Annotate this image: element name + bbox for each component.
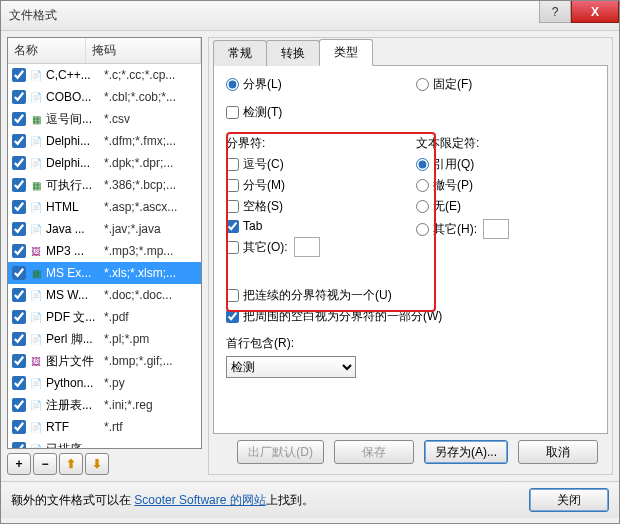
row-checkbox[interactable]	[12, 332, 26, 346]
list-rows[interactable]: 📄C,C++...*.c;*.cc;*.cp...📄COBO...*.cbl;*…	[8, 64, 201, 448]
check-surround[interactable]: 把周围的空白视为分界符的一部分(W)	[226, 308, 442, 325]
row-checkbox[interactable]	[12, 112, 26, 126]
list-item[interactable]: ▦可执行...*.386;*.bcp;...	[8, 174, 201, 196]
footer: 额外的文件格式可以在 Scooter Software 的网站上找到。 关闭	[1, 481, 619, 518]
row-name: HTML	[46, 200, 104, 214]
row-checkbox[interactable]	[12, 90, 26, 104]
tab-type[interactable]: 类型	[319, 39, 373, 66]
radio-fixed[interactable]: 固定(F)	[416, 76, 472, 93]
list-item[interactable]: 📄Java ...*.jav;*.java	[8, 218, 201, 240]
list-item[interactable]: 🖼图片文件*.bmp;*.gif;...	[8, 350, 201, 372]
qual-other-input[interactable]	[483, 219, 509, 239]
filetype-icon: 🖼	[28, 353, 44, 369]
row-checkbox[interactable]	[12, 156, 26, 170]
radio-qual-other[interactable]: 其它(H):	[416, 221, 477, 238]
row-mask: *.cbl;*.cob;*...	[104, 90, 197, 104]
row-checkbox[interactable]	[12, 134, 26, 148]
check-tab[interactable]: Tab	[226, 219, 262, 233]
row-checkbox[interactable]	[12, 68, 26, 82]
row-name: 注册表...	[46, 397, 104, 414]
filetype-icon: ▦	[28, 265, 44, 281]
row-mask: *.rtf	[104, 420, 197, 434]
filetype-icon: 📄	[28, 221, 44, 237]
help-button[interactable]: ?	[539, 1, 571, 23]
arrow-up-icon: ⬆	[66, 457, 76, 471]
row-checkbox[interactable]	[12, 266, 26, 280]
row-mask: *.csv	[104, 112, 197, 126]
list-item[interactable]: 📄C,C++...*.c;*.cc;*.cp...	[8, 64, 201, 86]
close-dialog-button[interactable]: 关闭	[529, 488, 609, 512]
list-item[interactable]: 📄RTF*.rtf	[8, 416, 201, 438]
list-item[interactable]: ▦MS Ex...*.xls;*.xlsm;...	[8, 262, 201, 284]
check-other-delim[interactable]: 其它(O):	[226, 239, 288, 256]
firstline-select[interactable]: 检测	[226, 356, 356, 378]
list-item[interactable]: 📄Delphi...*.dfm;*.fmx;...	[8, 130, 201, 152]
other-delim-input[interactable]	[294, 237, 320, 257]
list-item[interactable]: 📄PDF 文...*.pdf	[8, 306, 201, 328]
qualifier-label: 文本限定符:	[416, 135, 595, 152]
radio-none[interactable]: 无(E)	[416, 198, 461, 215]
check-semicolon[interactable]: 分号(M)	[226, 177, 285, 194]
row-checkbox[interactable]	[12, 244, 26, 258]
row-checkbox[interactable]	[12, 178, 26, 192]
help-icon: ?	[552, 5, 559, 19]
header-mask[interactable]: 掩码	[86, 38, 201, 63]
move-down-button[interactable]: ⬇	[85, 453, 109, 475]
check-comma[interactable]: 逗号(C)	[226, 156, 284, 173]
list-item[interactable]: 📄HTML*.asp;*.ascx...	[8, 196, 201, 218]
list-item[interactable]: 📄Python...*.py	[8, 372, 201, 394]
row-checkbox[interactable]	[12, 398, 26, 412]
radio-quote[interactable]: 引用(Q)	[416, 156, 474, 173]
save-button[interactable]: 保存	[334, 440, 414, 464]
row-checkbox[interactable]	[12, 310, 26, 324]
list-item[interactable]: 📄已排序	[8, 438, 201, 448]
move-up-button[interactable]: ⬆	[59, 453, 83, 475]
row-name: 已排序	[46, 441, 104, 449]
titlebar: 文件格式 ? X	[1, 1, 619, 31]
row-checkbox[interactable]	[12, 376, 26, 390]
cancel-button[interactable]: 取消	[518, 440, 598, 464]
filetype-icon: 📄	[28, 419, 44, 435]
filetype-icon: 📄	[28, 89, 44, 105]
filetype-icon: 🖼	[28, 243, 44, 259]
row-checkbox[interactable]	[12, 354, 26, 368]
row-checkbox[interactable]	[12, 200, 26, 214]
tab-general[interactable]: 常规	[213, 40, 267, 66]
row-checkbox[interactable]	[12, 288, 26, 302]
row-checkbox[interactable]	[12, 222, 26, 236]
remove-button[interactable]: −	[33, 453, 57, 475]
titlebar-buttons: ? X	[539, 1, 619, 23]
add-button[interactable]: +	[7, 453, 31, 475]
list-item[interactable]: 📄COBO...*.cbl;*.cob;*...	[8, 86, 201, 108]
row-mask: *.asp;*.ascx...	[104, 200, 197, 214]
row-name: PDF 文...	[46, 309, 104, 326]
right-panel: 常规 转换 类型 分界(L) 固定(F) 检测(T)	[208, 37, 613, 475]
row-name: MS W...	[46, 288, 104, 302]
header-name[interactable]: 名称	[8, 38, 86, 63]
factory-defaults-button[interactable]: 出厂默认(D)	[237, 440, 324, 464]
list-item[interactable]: 📄Perl 脚...*.pl;*.pm	[8, 328, 201, 350]
tab-convert[interactable]: 转换	[266, 40, 320, 66]
save-as-button[interactable]: 另存为(A)...	[424, 440, 508, 464]
row-mask: *.py	[104, 376, 197, 390]
list-item[interactable]: 📄Delphi...*.dpk;*.dpr;...	[8, 152, 201, 174]
filetype-icon: 📄	[28, 397, 44, 413]
row-checkbox[interactable]	[12, 442, 26, 448]
row-mask: *.ini;*.reg	[104, 398, 197, 412]
check-consecutive[interactable]: 把连续的分界符视为一个(U)	[226, 287, 392, 304]
list-item[interactable]: ▦逗号间...*.csv	[8, 108, 201, 130]
check-space[interactable]: 空格(S)	[226, 198, 283, 215]
radio-delimited[interactable]: 分界(L)	[226, 76, 282, 93]
list-item[interactable]: 🖼MP3 ...*.mp3;*.mp...	[8, 240, 201, 262]
row-name: MS Ex...	[46, 266, 104, 280]
footer-link[interactable]: Scooter Software 的网站	[134, 493, 265, 507]
close-button[interactable]: X	[571, 1, 619, 23]
filetype-icon: 📄	[28, 287, 44, 303]
list-item[interactable]: 📄MS W...*.doc;*.doc...	[8, 284, 201, 306]
check-detect[interactable]: 检测(T)	[226, 104, 282, 121]
row-checkbox[interactable]	[12, 420, 26, 434]
row-name: Delphi...	[46, 134, 104, 148]
list-item[interactable]: 📄注册表...*.ini;*.reg	[8, 394, 201, 416]
row-name: Delphi...	[46, 156, 104, 170]
radio-revoke[interactable]: 撤号(P)	[416, 177, 473, 194]
